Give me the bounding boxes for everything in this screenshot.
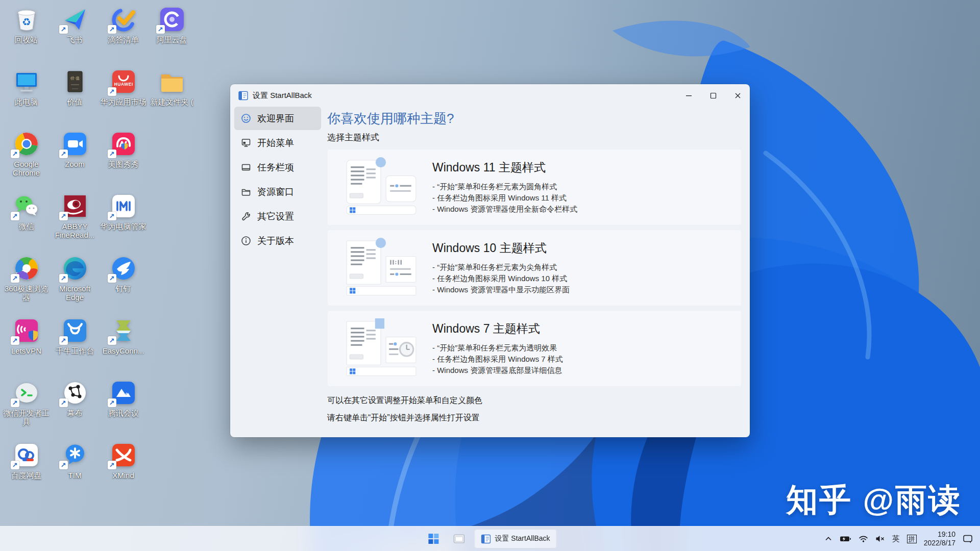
sidebar-item-label: 关于版本 bbox=[257, 235, 294, 247]
baidu-netdisk-icon: ↗ bbox=[13, 442, 40, 468]
theme-option-1[interactable]: Windows 10 主题样式- “开始”菜单和任务栏元素为尖角样式- 任务栏边… bbox=[327, 230, 742, 306]
theme-option-2[interactable]: Windows 7 主题样式- “开始”菜单和任务栏元素为透明效果- 任务栏边角… bbox=[327, 310, 742, 387]
sidebar-item-advanced[interactable]: 其它设置 bbox=[234, 205, 321, 228]
desktop-icon-label: 百度网盘 bbox=[11, 471, 42, 480]
system-tray: 英 拼 19:10 2022/8/17 bbox=[824, 527, 980, 551]
shortcut-arrow-icon: ↗ bbox=[11, 398, 19, 407]
sidebar-item-start-menu[interactable]: 开始菜单 bbox=[234, 131, 321, 155]
desktop-icon-dingtalk[interactable]: ↗钉钉 bbox=[99, 253, 148, 315]
sidebar-item-label: 其它设置 bbox=[257, 210, 294, 222]
desktop-icon-feishu[interactable]: ↗飞书 bbox=[51, 4, 99, 66]
shortcut-arrow-icon: ↗ bbox=[59, 25, 68, 34]
sidebar-item-explorer[interactable]: 资源窗口 bbox=[234, 180, 321, 204]
wifi-icon[interactable] bbox=[859, 535, 868, 543]
sidebar-item-about[interactable]: 关于版本 bbox=[234, 229, 321, 253]
page-title: 你喜欢使用哪种主题? bbox=[327, 111, 742, 126]
desktop-icon-label: TIM bbox=[68, 471, 82, 480]
tim-icon: ↗ bbox=[62, 442, 88, 468]
sidebar-item-label: 欢迎界面 bbox=[257, 112, 294, 124]
desktop-icon-aliyun-drive[interactable]: ↗阿里云盘 bbox=[148, 4, 196, 66]
start-button[interactable] bbox=[423, 529, 444, 549]
desktop-icon-wechat[interactable]: ↗微信 bbox=[2, 191, 51, 253]
footnote-2: 请右键单击“开始”按钮并选择属性打开设置 bbox=[327, 413, 742, 423]
shortcut-arrow-icon: ↗ bbox=[108, 149, 116, 158]
notifications-icon[interactable] bbox=[963, 534, 973, 543]
sidebar: 欢迎界面开始菜单任务栏项资源窗口其它设置关于版本 bbox=[234, 107, 321, 430]
abbyy-icon: ↗ bbox=[62, 193, 88, 219]
desktop-icon-abbyy[interactable]: ↗ABBYY FineRead... bbox=[51, 191, 99, 253]
shortcut-arrow-icon: ↗ bbox=[108, 461, 116, 469]
sidebar-item-taskbar[interactable]: 任务栏项 bbox=[234, 156, 321, 179]
desktop-icon-easyconnect[interactable]: ↗EasyConn... bbox=[99, 315, 148, 378]
volume-muted-icon[interactable] bbox=[875, 535, 885, 543]
startallback-app-icon bbox=[238, 91, 248, 101]
desktop-icon-wechat-devtools[interactable]: ↗微信开发者工具 bbox=[2, 378, 51, 440]
desktop-icon-label: EasyConn... bbox=[103, 346, 144, 355]
info-icon bbox=[241, 236, 251, 246]
shortcut-arrow-icon: ↗ bbox=[108, 274, 116, 283]
language-indicator[interactable]: 英 bbox=[892, 534, 900, 544]
desktop-icon-recycle-bin[interactable]: ♻回收站 bbox=[2, 4, 51, 66]
theme-title: Windows 7 主题样式 bbox=[432, 321, 563, 337]
desktop-icon-browser-360[interactable]: ↗360极速浏览器 bbox=[2, 253, 51, 315]
desktop-icon-this-pc[interactable]: 此电脑 bbox=[2, 66, 51, 129]
shortcut-arrow-icon: ↗ bbox=[11, 274, 19, 283]
zoom-app-icon: ↗ bbox=[62, 131, 88, 157]
taskbar-task-startallback[interactable]: 设置 StartAllBack bbox=[474, 529, 556, 548]
ticktick-icon: ↗ bbox=[110, 6, 137, 33]
desktop-icon-chrome[interactable]: ↗Google Chrome bbox=[2, 129, 51, 191]
theme-bullet: - 任务栏边角图标采用 Windows 7 样式 bbox=[432, 354, 563, 365]
explorer-taskbar-icon[interactable] bbox=[449, 529, 469, 549]
desktop-icon-label: XMind bbox=[112, 471, 134, 480]
minimize-button[interactable] bbox=[676, 84, 701, 107]
window-titlebar[interactable]: 设置 StartAllBack bbox=[230, 84, 750, 107]
theme-bullet: - 任务栏边角图标采用 Windows 10 样式 bbox=[432, 273, 570, 284]
task-label: 设置 StartAllBack bbox=[495, 534, 550, 543]
aliyun-drive-icon: ↗ bbox=[159, 6, 185, 33]
desktop-icon-zoom-app[interactable]: ↗Zoom bbox=[51, 129, 99, 191]
desktop-icon-letsvpn[interactable]: ↗LetsVPN bbox=[2, 315, 51, 378]
desktop-icon-mubu[interactable]: ↗幕布 bbox=[51, 378, 99, 440]
shortcut-arrow-icon: ↗ bbox=[11, 336, 19, 345]
clock[interactable]: 19:10 2022/8/17 bbox=[924, 530, 955, 547]
battery-icon[interactable] bbox=[840, 534, 851, 543]
theme-bullet: - “开始”菜单和任务栏元素为尖角样式 bbox=[432, 262, 570, 273]
theme-bullet: - Windows 资源管理器使用全新命令栏样式 bbox=[432, 204, 577, 215]
sidebar-item-welcome[interactable]: 欢迎界面 bbox=[234, 107, 321, 130]
desktop-icon-xmind[interactable]: ↗XMind bbox=[99, 440, 148, 502]
sidebar-item-label: 开始菜单 bbox=[257, 137, 294, 149]
desktop-icon-tencent-meeting[interactable]: ↗腾讯会议 bbox=[99, 378, 148, 440]
maximize-button[interactable] bbox=[701, 84, 725, 107]
desktop-icon-huawei-appgallery[interactable]: HUAWEI↗华为应用市场 bbox=[99, 66, 148, 129]
browser-360-icon: ↗ bbox=[13, 255, 40, 282]
xmind-icon: ↗ bbox=[110, 442, 137, 468]
qianniu-icon: ↗ bbox=[62, 317, 88, 344]
theme-option-0[interactable]: Windows 11 主题样式- “开始”菜单和任务栏元素为圆角样式- 任务栏边… bbox=[327, 149, 742, 226]
letsvpn-icon: ↗ bbox=[13, 317, 40, 344]
desktop-icon-book-jiazhi[interactable]: 价 值价值 bbox=[51, 66, 99, 129]
shortcut-arrow-icon: ↗ bbox=[59, 398, 68, 407]
ime-indicator[interactable]: 拼 bbox=[907, 535, 917, 543]
desktop-icon-tim[interactable]: ↗TIM bbox=[51, 440, 99, 502]
tray-chevron-up-icon[interactable] bbox=[824, 535, 832, 543]
huawei-appgallery-icon: HUAWEI↗ bbox=[110, 68, 137, 95]
theme-options-list: Windows 11 主题样式- “开始”菜单和任务栏元素为圆角样式- 任务栏边… bbox=[327, 149, 742, 387]
tray-time: 19:10 bbox=[924, 530, 955, 539]
close-button[interactable] bbox=[725, 84, 750, 107]
window-controls bbox=[676, 84, 750, 107]
mubu-icon: ↗ bbox=[62, 380, 88, 406]
new-folder-icon bbox=[159, 68, 185, 95]
desktop-icon-meitu[interactable]: ↗美图秀秀 bbox=[99, 129, 148, 191]
desktop-icon-baidu-netdisk[interactable]: ↗百度网盘 bbox=[2, 440, 51, 502]
desktop-icon-edge[interactable]: ↗Microsoft Edge bbox=[51, 253, 99, 315]
desktop-icon-new-folder[interactable]: 新建文件夹 ( bbox=[148, 66, 196, 129]
shortcut-arrow-icon: ↗ bbox=[59, 274, 68, 283]
desktop-icon-qianniu[interactable]: ↗千牛工作台 bbox=[51, 315, 99, 378]
desktop-icon-huawei-pc-manager[interactable]: ↗华为电脑管家 bbox=[99, 191, 148, 253]
desktop-icon-ticktick[interactable]: ↗滴答清单 bbox=[99, 4, 148, 66]
theme-text: Windows 11 主题样式- “开始”菜单和任务栏元素为圆角样式- 任务栏边… bbox=[432, 160, 577, 215]
desktop-icon-label: Zoom bbox=[65, 160, 84, 168]
wechat-devtools-icon: ↗ bbox=[13, 380, 40, 406]
shortcut-arrow-icon: ↗ bbox=[108, 336, 116, 345]
theme-text: Windows 7 主题样式- “开始”菜单和任务栏元素为透明效果- 任务栏边角… bbox=[432, 321, 563, 376]
